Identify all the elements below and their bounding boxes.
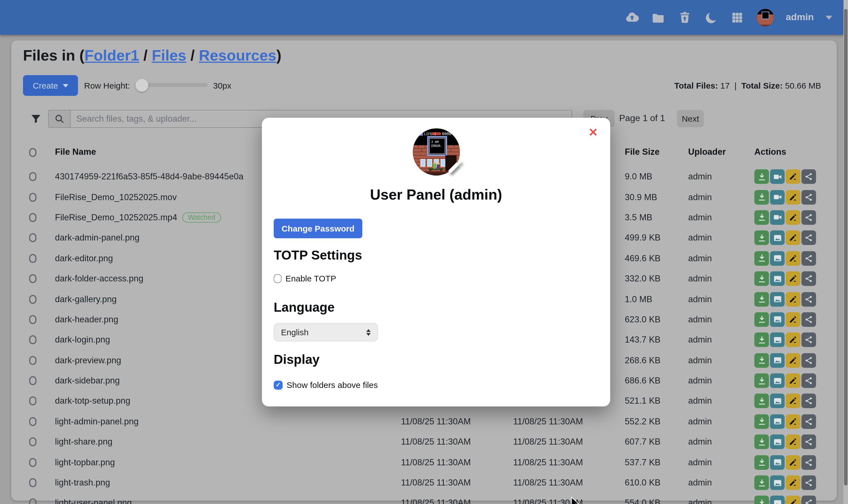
show-folders-checkbox[interactable]: ✓ bbox=[274, 380, 283, 389]
edit-button[interactable] bbox=[786, 169, 800, 184]
share-button[interactable] bbox=[801, 333, 816, 347]
breadcrumb-link-folder1[interactable]: Folder1 bbox=[84, 47, 139, 64]
select-all-checkbox[interactable] bbox=[29, 148, 36, 157]
user-menu-caret-icon[interactable] bbox=[826, 15, 832, 19]
file-name[interactable]: FileRise_Demo_10252025.mov bbox=[55, 192, 177, 202]
download-button[interactable] bbox=[754, 353, 769, 367]
row-checkbox[interactable] bbox=[29, 397, 36, 406]
row-height-slider-thumb[interactable] bbox=[135, 78, 148, 92]
column-header-uploader[interactable]: Uploader bbox=[688, 147, 726, 157]
edit-button[interactable] bbox=[786, 251, 800, 266]
file-name[interactable]: dark-login.png bbox=[55, 335, 110, 345]
download-button[interactable] bbox=[754, 435, 769, 449]
row-checkbox[interactable] bbox=[29, 294, 36, 304]
download-button[interactable] bbox=[754, 271, 769, 286]
preview-button[interactable] bbox=[770, 190, 784, 204]
user-avatar[interactable] bbox=[757, 9, 774, 26]
share-button[interactable] bbox=[801, 251, 816, 266]
edit-avatar-icon[interactable] bbox=[446, 158, 463, 175]
file-name[interactable]: light-trash.png bbox=[55, 478, 110, 488]
close-icon[interactable]: ✕ bbox=[588, 127, 598, 138]
edit-button[interactable] bbox=[786, 292, 800, 306]
file-name[interactable]: dark-totp-setup.png bbox=[55, 396, 130, 406]
file-name[interactable]: FileRise_Demo_10252025.mp4Watched bbox=[55, 213, 221, 222]
row-checkbox[interactable] bbox=[29, 458, 36, 467]
edit-button[interactable] bbox=[786, 475, 800, 490]
preview-button[interactable] bbox=[770, 169, 784, 184]
download-button[interactable] bbox=[754, 394, 769, 409]
edit-button[interactable] bbox=[786, 190, 800, 204]
preview-button[interactable] bbox=[770, 475, 784, 490]
row-checkbox[interactable] bbox=[29, 234, 36, 242]
download-button[interactable] bbox=[754, 231, 769, 245]
column-header-file-size[interactable]: File Size bbox=[625, 147, 659, 157]
preview-button[interactable] bbox=[770, 353, 784, 367]
preview-button[interactable] bbox=[770, 373, 784, 388]
change-password-button[interactable]: Change Password bbox=[274, 219, 362, 238]
preview-button[interactable] bbox=[770, 414, 784, 429]
create-button[interactable]: Create bbox=[23, 75, 78, 96]
row-checkbox[interactable] bbox=[29, 254, 36, 263]
edit-button[interactable] bbox=[786, 435, 800, 449]
file-name[interactable]: dark-admin-panel.png bbox=[55, 233, 140, 243]
download-button[interactable] bbox=[754, 373, 769, 388]
row-checkbox[interactable] bbox=[29, 274, 36, 283]
share-button[interactable] bbox=[801, 271, 816, 286]
row-checkbox[interactable] bbox=[29, 336, 36, 344]
preview-button[interactable] bbox=[770, 455, 784, 469]
row-checkbox[interactable] bbox=[29, 376, 36, 385]
preview-button[interactable] bbox=[770, 210, 784, 225]
preview-button[interactable] bbox=[770, 333, 784, 347]
download-button[interactable] bbox=[754, 455, 769, 469]
share-button[interactable] bbox=[801, 231, 816, 245]
file-name[interactable]: light-share.png bbox=[55, 437, 112, 447]
apps-grid-button[interactable] bbox=[730, 10, 745, 25]
share-button[interactable] bbox=[801, 414, 816, 429]
next-page-button[interactable]: Next bbox=[677, 110, 704, 127]
edit-button[interactable] bbox=[786, 312, 800, 327]
preview-button[interactable] bbox=[770, 312, 784, 327]
edit-button[interactable] bbox=[786, 231, 800, 245]
row-checkbox[interactable] bbox=[29, 213, 36, 222]
share-button[interactable] bbox=[801, 353, 816, 367]
download-button[interactable] bbox=[754, 333, 769, 347]
upload-button[interactable] bbox=[625, 10, 639, 25]
row-checkbox[interactable] bbox=[29, 193, 36, 201]
language-select[interactable]: English bbox=[274, 323, 378, 341]
column-header-file-name[interactable]: File Name bbox=[55, 147, 96, 157]
file-name[interactable]: dark-folder-access.png bbox=[55, 274, 143, 284]
preview-button[interactable] bbox=[770, 231, 784, 245]
row-checkbox[interactable] bbox=[29, 499, 36, 504]
row-checkbox[interactable] bbox=[29, 478, 36, 487]
edit-button[interactable] bbox=[786, 333, 800, 347]
edit-button[interactable] bbox=[786, 210, 800, 225]
download-button[interactable] bbox=[754, 312, 769, 327]
preview-button[interactable] bbox=[770, 251, 784, 266]
share-button[interactable] bbox=[801, 210, 816, 225]
edit-button[interactable] bbox=[786, 455, 800, 469]
download-button[interactable] bbox=[754, 190, 769, 204]
dark-mode-toggle[interactable] bbox=[704, 10, 719, 25]
share-button[interactable] bbox=[801, 169, 816, 184]
edit-button[interactable] bbox=[786, 353, 800, 367]
row-checkbox[interactable] bbox=[29, 417, 36, 426]
download-button[interactable] bbox=[754, 251, 769, 266]
file-name[interactable]: dark-editor.png bbox=[55, 253, 113, 264]
row-checkbox[interactable] bbox=[29, 315, 36, 324]
preview-button[interactable] bbox=[770, 496, 784, 504]
edit-button[interactable] bbox=[786, 373, 800, 388]
enable-totp-checkbox[interactable] bbox=[274, 274, 282, 283]
edit-button[interactable] bbox=[786, 271, 800, 286]
breadcrumb-link-files[interactable]: Files bbox=[152, 47, 186, 64]
edit-button[interactable] bbox=[786, 414, 800, 429]
edit-button[interactable] bbox=[786, 496, 800, 504]
download-button[interactable] bbox=[754, 210, 769, 225]
file-name[interactable]: dark-preview.png bbox=[55, 355, 121, 365]
edit-button[interactable] bbox=[786, 394, 800, 409]
file-name[interactable]: 430174959-221f6a53-85f5-48d4-9abe-89445e… bbox=[55, 172, 243, 182]
share-button[interactable] bbox=[801, 190, 816, 204]
preview-button[interactable] bbox=[770, 394, 784, 409]
share-button[interactable] bbox=[801, 312, 816, 327]
preview-button[interactable] bbox=[770, 435, 784, 449]
file-name[interactable]: dark-sidebar.png bbox=[55, 376, 120, 386]
